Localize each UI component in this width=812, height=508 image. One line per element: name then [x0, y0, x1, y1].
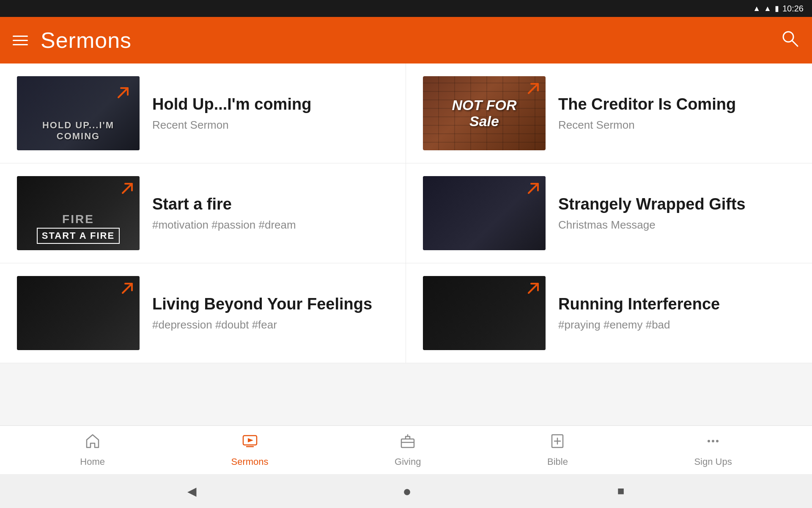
sermon-thumbnail-6: RUNNING INTERFERENCE [423, 276, 546, 350]
sermon-thumbnail-5: LIVE BEYOND YOUR FEELINGS [17, 276, 140, 350]
svg-line-7 [529, 284, 538, 293]
svg-point-19 [716, 440, 719, 442]
hamburger-menu-button[interactable] [13, 36, 28, 45]
sermon-title-4: Strangely Wrapped Gifts [558, 195, 795, 214]
sermon-thumbnail-3: FIRE START A FIRE [17, 176, 140, 250]
nav-label-signups: Sign Ups [694, 456, 732, 467]
sermon-arrow-icon-3 [119, 180, 135, 196]
svg-point-17 [708, 440, 710, 442]
nav-item-giving[interactable]: Giving [378, 429, 438, 472]
sermon-arrow-icon-5 [119, 280, 135, 296]
signups-icon [705, 433, 721, 453]
bible-icon [549, 433, 565, 453]
sermon-thumbnail-4: STRANGELY WRAPPED GIFTS [423, 176, 546, 250]
sermon-tags-3: #motivation #passion #dream [152, 218, 389, 232]
sermons-grid: HOLD UP...I'M COMING Hold Up...I'm comin… [0, 64, 812, 363]
nav-label-sermons: Sermons [231, 456, 268, 467]
sermon-title-2: The Creditor Is Coming [558, 95, 795, 114]
sermon-arrow-icon-6 [525, 280, 541, 296]
signal-icon: ▲ [764, 4, 771, 13]
sermon-item-4[interactable]: STRANGELY WRAPPED GIFTS Strangely Wrappe… [406, 163, 812, 263]
status-icons: ▲ ▲ ▮ 10:26 [753, 4, 804, 14]
back-button[interactable]: ◀ [187, 484, 197, 498]
thumb-label-1: HOLD UP...I'M COMING [23, 120, 133, 142]
sermon-info-3: Start a fire #motivation #passion #dream [152, 195, 389, 232]
status-time: 10:26 [782, 4, 804, 14]
sermon-title-5: Living Beyond Your Feelings [152, 295, 389, 314]
sermon-subtitle-1: Recent Sermon [152, 119, 389, 132]
svg-marker-9 [248, 438, 253, 442]
nav-label-bible: Bible [547, 456, 568, 467]
recent-button[interactable]: ■ [617, 484, 625, 498]
hamburger-line-2 [13, 40, 28, 41]
sermon-title-6: Running Interference [558, 295, 795, 314]
svg-line-6 [123, 284, 132, 293]
sermon-item-2[interactable]: NOT FORSale The Creditor Is Coming Recen… [406, 64, 812, 163]
svg-line-2 [118, 88, 128, 97]
sermon-title-3: Start a fire [152, 195, 389, 214]
home-icon [85, 433, 101, 453]
sermon-subtitle-2: Recent Sermon [558, 119, 795, 132]
sermon-item-5[interactable]: LIVE BEYOND YOUR FEELINGS Living Beyond … [0, 263, 406, 363]
system-nav: ◀ ● ■ [0, 474, 812, 508]
sermon-info-5: Living Beyond Your Feelings #depression … [152, 295, 389, 331]
svg-line-5 [529, 184, 538, 193]
app-title: Sermons [41, 28, 132, 53]
bottom-nav: Home Sermons Giving [0, 425, 812, 474]
sermon-title-1: Hold Up...I'm coming [152, 95, 389, 114]
app-bar: Sermons [0, 17, 812, 64]
sermon-tags-6: #praying #enemy #bad [558, 318, 795, 331]
nav-item-signups[interactable]: Sign Ups [677, 429, 749, 472]
svg-line-1 [792, 41, 798, 46]
sermon-subtitle-4: Christmas Message [558, 218, 795, 232]
sermon-info-4: Strangely Wrapped Gifts Christmas Messag… [558, 195, 795, 232]
sermon-info-1: Hold Up...I'm coming Recent Sermon [152, 95, 389, 132]
app-bar-left: Sermons [13, 28, 132, 53]
hamburger-line-3 [13, 44, 28, 45]
sermon-info-6: Running Interference #praying #enemy #ba… [558, 295, 795, 331]
svg-line-3 [529, 84, 538, 93]
nav-item-bible[interactable]: Bible [530, 429, 585, 472]
nav-label-home: Home [80, 456, 105, 467]
sermons-icon [242, 433, 258, 453]
nav-label-giving: Giving [395, 456, 421, 467]
svg-line-4 [123, 184, 132, 193]
thumb-label-3: FIRE START A FIRE [23, 213, 133, 244]
home-button[interactable]: ● [403, 483, 411, 500]
status-bar: ▲ ▲ ▮ 10:26 [0, 0, 812, 17]
sermon-item-3[interactable]: FIRE START A FIRE Start a fire #motivati… [0, 163, 406, 263]
sermon-tags-5: #depression #doubt #fear [152, 318, 389, 331]
sermon-arrow-icon-4 [525, 180, 541, 196]
svg-point-18 [712, 440, 714, 442]
nav-item-sermons[interactable]: Sermons [214, 429, 285, 472]
sermon-thumbnail-1: HOLD UP...I'M COMING [17, 76, 140, 150]
giving-icon [400, 433, 416, 453]
sermon-arrow-icon-2 [525, 80, 541, 97]
svg-rect-11 [401, 439, 414, 447]
sermon-thumbnail-2: NOT FORSale [423, 76, 546, 150]
hamburger-line-1 [13, 36, 28, 37]
search-button[interactable] [781, 29, 799, 52]
sermon-item-6[interactable]: RUNNING INTERFERENCE Running Interferenc… [406, 263, 812, 363]
battery-icon: ▮ [775, 4, 779, 13]
sermon-item-1[interactable]: HOLD UP...I'M COMING Hold Up...I'm comin… [0, 64, 406, 163]
wifi-icon: ▲ [753, 4, 760, 13]
sermon-info-2: The Creditor Is Coming Recent Sermon [558, 95, 795, 132]
nav-item-home[interactable]: Home [63, 429, 122, 472]
